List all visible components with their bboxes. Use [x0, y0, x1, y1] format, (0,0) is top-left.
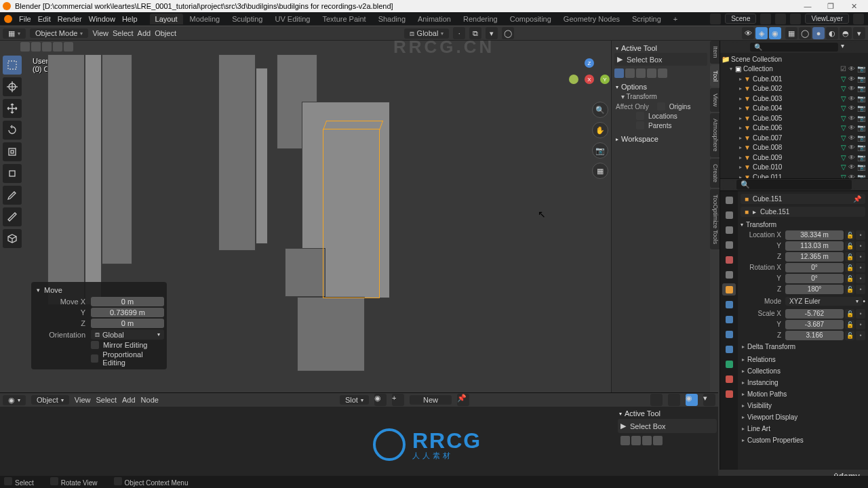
transform-header[interactable]: ▾Transform	[741, 220, 865, 230]
perspective-icon[interactable]: ▦	[592, 163, 608, 179]
tool-select-box[interactable]	[3, 56, 22, 75]
properties-search[interactable]: 🔍	[736, 180, 852, 190]
tool-add-cube[interactable]	[3, 229, 22, 248]
node-pill-3[interactable]	[642, 436, 652, 445]
move-panel-header[interactable]: ▾Move	[34, 285, 164, 296]
ptab-particles[interactable]	[722, 313, 736, 325]
xray-icon[interactable]: ▦	[785, 27, 797, 39]
scale-x-anim[interactable]: •	[856, 309, 865, 319]
tab-shading[interactable]: Shading	[373, 14, 411, 24]
gizmo-icon[interactable]: ◈	[755, 27, 768, 39]
properties-type-icon[interactable]	[723, 180, 734, 190]
use-nodes-icon[interactable]: ◉	[686, 394, 698, 406]
tab-sculpting[interactable]: Sculpting	[226, 14, 268, 24]
crumb-data[interactable]: ■▸ Cube.151	[741, 207, 865, 217]
matprev-shading-icon[interactable]: ◐	[826, 27, 838, 39]
loc-z-field[interactable]: 12.365 m	[785, 252, 844, 262]
delta-transform[interactable]: ▸Delta Transform	[741, 341, 865, 352]
affect-only-locations[interactable]: Locations	[614, 111, 707, 121]
outliner-filter-icon[interactable]: ▾	[841, 42, 852, 52]
ptab-viewlayer[interactable]	[722, 224, 736, 236]
close-button[interactable]: ✕	[842, 0, 865, 12]
ntab-view[interactable]: View	[710, 88, 719, 112]
property-section[interactable]: ▸Collections	[741, 365, 865, 377]
tab-add[interactable]: +	[668, 14, 683, 24]
select-pill-5[interactable]	[658, 68, 667, 78]
move-x-field[interactable]: 0 m	[91, 297, 164, 306]
outliner-row[interactable]: ▸▼Cube.001▽👁📷	[720, 74, 868, 84]
tool-move[interactable]	[3, 99, 22, 118]
active-tool-header[interactable]: ▾Active Tool	[614, 43, 707, 53]
header-view[interactable]: View	[92, 29, 108, 37]
outliner-row[interactable]: ▸▼Cube.011▽👁📷	[720, 172, 868, 178]
property-section[interactable]: ▸Custom Properties	[741, 434, 865, 446]
rendered-shading-icon[interactable]: ◓	[840, 27, 852, 39]
overlay-icon[interactable]: ◉	[769, 27, 781, 39]
node-overlay-icon[interactable]	[668, 394, 680, 406]
select-box-row[interactable]: ▶ Select Box	[614, 53, 707, 66]
header-add[interactable]: Add	[138, 29, 151, 37]
tab-compositing[interactable]: Compositing	[505, 14, 557, 24]
ptab-object[interactable]	[722, 283, 736, 296]
scene-browse-icon[interactable]	[710, 14, 721, 24]
select-mode-4[interactable]	[53, 42, 62, 52]
transform-subheader[interactable]: ▾ Transform	[614, 92, 707, 102]
select-pill-3[interactable]	[636, 68, 646, 78]
outliner-row[interactable]: ▸▼Cube.004▽👁📷	[720, 104, 868, 114]
outliner-new-collection-icon[interactable]	[854, 42, 865, 52]
node-options-icon[interactable]: ▾	[703, 394, 715, 406]
tab-modeling[interactable]: Modeling	[184, 14, 226, 24]
axis-y-icon[interactable]: Y	[600, 75, 610, 84]
node-snap-icon[interactable]	[650, 394, 663, 406]
tool-cursor[interactable]	[3, 77, 22, 96]
ptab-data[interactable]	[722, 358, 736, 370]
shading-dropdown-icon[interactable]: ▾	[853, 27, 865, 39]
menu-window[interactable]: Window	[89, 15, 115, 23]
ptab-texture[interactable]	[722, 388, 736, 400]
outliner-search[interactable]: 🔍	[750, 43, 838, 52]
axis-x-icon[interactable]: X	[585, 75, 594, 84]
proportional-editing-check[interactable]: Proportional Editing	[91, 350, 164, 367]
outliner-list[interactable]: 📁Scene Collection▾▣Collection☑👁📷▸▼Cube.0…	[720, 53, 868, 178]
ntab-tool[interactable]: Tool	[710, 65, 719, 87]
mirror-editing-check[interactable]: Mirror Editing	[91, 341, 147, 349]
solid-shading-icon[interactable]: ●	[812, 27, 825, 39]
pan-icon[interactable]: ✋	[592, 122, 608, 138]
outliner-row[interactable]: ▸▼Cube.010▽👁📷	[720, 163, 868, 173]
outliner-row[interactable]: ▸▼Cube.002▽👁📷	[720, 84, 868, 94]
tab-uv-editing[interactable]: UV Editing	[269, 14, 315, 24]
ptab-modifiers[interactable]	[722, 298, 736, 310]
ptab-constraints[interactable]	[722, 343, 736, 355]
property-section[interactable]: ▸Viewport Display	[741, 411, 865, 423]
scale-y-lock[interactable]: 🔓	[845, 320, 854, 329]
outliner-row[interactable]: ▸▼Cube.005▽👁📷	[720, 113, 868, 123]
rot-y-field[interactable]: 0°	[785, 274, 844, 283]
outliner-row[interactable]: 📁Scene Collection	[720, 54, 868, 64]
pivot-icon[interactable]: ·	[453, 27, 465, 39]
node-pill-1[interactable]	[620, 436, 630, 445]
node-pill-2[interactable]	[631, 436, 641, 445]
tab-rendering[interactable]: Rendering	[458, 14, 503, 24]
workspace-header[interactable]: ▸Workspace	[614, 134, 707, 144]
zoom-icon[interactable]: 🔍	[592, 102, 608, 118]
properties-options-icon[interactable]	[854, 180, 865, 190]
tool-transform[interactable]	[3, 164, 22, 183]
select-pill-1[interactable]	[614, 68, 624, 78]
material-add-icon[interactable]: +	[392, 394, 404, 406]
property-section[interactable]: ▸Visibility	[741, 400, 865, 411]
select-mode-5[interactable]	[64, 42, 73, 52]
ptab-scene[interactable]	[722, 239, 736, 251]
select-pill-2[interactable]	[625, 68, 635, 78]
header-object[interactable]: Object	[155, 29, 176, 37]
tool-measure[interactable]	[3, 207, 22, 226]
loc-y-field[interactable]: 113.03 m	[785, 241, 844, 251]
select-mode-1[interactable]	[20, 42, 30, 52]
camera-icon[interactable]: 📷	[592, 142, 608, 159]
loc-x-field[interactable]: 38.334 m	[785, 230, 844, 240]
header-select[interactable]: Select	[113, 29, 134, 37]
property-section[interactable]: ▸Relations	[741, 354, 865, 365]
axis-z-icon[interactable]: Z	[585, 58, 594, 68]
ptab-output[interactable]	[722, 209, 736, 221]
ntab-atmosphere[interactable]: Atmosphere	[710, 113, 719, 157]
menu-help[interactable]: Help	[122, 15, 138, 23]
